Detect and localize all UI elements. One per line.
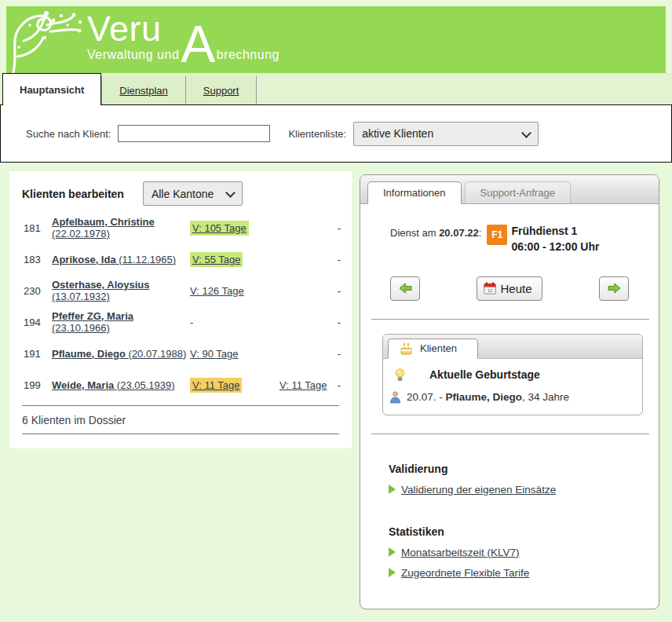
birthday-cake-icon bbox=[400, 342, 413, 355]
tab-klienten[interactable]: Klienten bbox=[388, 338, 478, 359]
tab-label: Dienstplan bbox=[119, 85, 167, 97]
tab-support[interactable]: Support bbox=[186, 76, 257, 104]
triangle-bullet-icon bbox=[389, 568, 396, 577]
divider bbox=[22, 434, 339, 434]
client-count: 6 Klienten im Dossier bbox=[9, 406, 352, 434]
logo-accent-letter: A bbox=[181, 24, 216, 64]
tab-label: Support bbox=[203, 85, 239, 97]
client-row: 181 Apfelbaum, Christine (22.02.1978) V:… bbox=[9, 212, 352, 243]
validierung-title: Validierung bbox=[389, 463, 651, 475]
empty-value: - bbox=[334, 379, 341, 391]
client-id: 183 bbox=[24, 254, 52, 265]
app-header: Veru Verwaltung und A brechnung bbox=[6, 6, 666, 73]
arrow-right-icon bbox=[608, 283, 621, 294]
arrow-left-icon bbox=[399, 283, 412, 294]
floral-ornament-icon bbox=[8, 6, 93, 73]
client-row: 191 Pflaume, Diego (20.07.1988) V: 90 Ta… bbox=[9, 338, 352, 369]
canton-select[interactable]: Alle Kantone bbox=[143, 181, 243, 206]
today-button[interactable]: 12 Heute bbox=[477, 276, 542, 301]
flexible-tarife-link[interactable]: Zugeordnete Flexible Tarife bbox=[401, 567, 529, 579]
shift-name: Frühdienst 1 bbox=[511, 223, 599, 239]
empty-value: - bbox=[334, 222, 341, 234]
divider bbox=[371, 434, 649, 434]
client-name-link[interactable]: Aprikose, Ida (11.12.1965) bbox=[52, 254, 176, 265]
vacation-days-link[interactable]: V: 11 Tage bbox=[190, 378, 242, 393]
triangle-bullet-icon bbox=[389, 485, 396, 494]
statistiken-section: Statistiken Monatsarbeitszeit (KLV7) Zug… bbox=[389, 525, 651, 579]
validierung-link[interactable]: Validierung der eigenen Einsätze bbox=[401, 484, 556, 496]
client-name-link[interactable]: Apfelbaum, Christine (22.02.1978) bbox=[52, 216, 155, 240]
client-name-link[interactable]: Osterhase, Aloysius (13.07.1932) bbox=[52, 279, 150, 302]
client-row: 194 Pfeffer ZG, Maria (23.10.1966) - - bbox=[9, 306, 352, 338]
tab-support-anfrage[interactable]: Support-Anfrage bbox=[465, 181, 571, 203]
client-row: 199 Weide, Maria (23.05.1939) V: 11 Tage… bbox=[9, 369, 352, 401]
svg-text:12: 12 bbox=[488, 288, 493, 293]
logo-tagline-left: Verwaltung und bbox=[87, 48, 179, 62]
client-list-label: Klientenliste: bbox=[288, 128, 346, 140]
tab-dienstplan[interactable]: Dienstplan bbox=[101, 76, 185, 104]
logo-main-text: Veru bbox=[87, 13, 179, 46]
person-icon bbox=[389, 391, 401, 404]
duty-prefix: Dienst am bbox=[390, 227, 439, 239]
clients-panel-title: Klienten bearbeiten bbox=[22, 188, 124, 200]
shift-f1-badge: F1 bbox=[487, 225, 507, 245]
tab-hauptansicht[interactable]: Hauptansicht bbox=[2, 73, 101, 105]
client-name-link[interactable]: Pfeffer ZG, Maria (23.10.1966) bbox=[52, 310, 133, 334]
main-content: Klienten bearbeiten Alle Kantone 181 Apf… bbox=[0, 163, 672, 609]
main-nav-tabs: Hauptansicht Dienstplan Support bbox=[0, 73, 672, 104]
client-id: 191 bbox=[24, 348, 52, 360]
klienten-box: Klienten Aktuelle Geburtstage bbox=[382, 334, 643, 415]
client-id: 199 bbox=[24, 379, 52, 391]
empty-value: - bbox=[334, 316, 341, 328]
vacation-days-link[interactable]: V: 55 Tage bbox=[190, 252, 243, 267]
vacation-days-link[interactable]: V: 90 Tage bbox=[190, 348, 238, 360]
client-name-link[interactable]: Pflaume, Diego (20.07.1988) bbox=[52, 348, 186, 360]
vacation-days-link[interactable]: V: 105 Tage bbox=[190, 221, 249, 236]
klienten-box-title: Klienten bbox=[420, 342, 457, 354]
statistiken-title: Statistiken bbox=[389, 525, 651, 538]
info-panel-tabs: Informationen Support-Anfrage bbox=[360, 175, 659, 204]
empty-value: - bbox=[190, 316, 193, 328]
info-panel: Informationen Support-Anfrage Dienst am … bbox=[360, 174, 659, 609]
previous-day-button[interactable] bbox=[390, 276, 420, 301]
birthdays-title: Aktuelle Geburtstage bbox=[429, 368, 540, 381]
client-id: 230 bbox=[24, 285, 52, 297]
empty-value: - bbox=[334, 285, 341, 297]
vacation-days-link-2[interactable]: V: 11 Tage bbox=[279, 379, 327, 391]
monatsarbeitszeit-link[interactable]: Monatsarbeitszeit (KLV7) bbox=[401, 547, 520, 558]
calendar-icon: 12 bbox=[484, 282, 496, 295]
empty-value: - bbox=[334, 254, 341, 265]
birthday-name: Pflaume, Diego bbox=[446, 391, 523, 403]
clients-panel: Klienten bearbeiten Alle Kantone 181 Apf… bbox=[9, 171, 352, 448]
tab-label: Hauptansicht bbox=[20, 84, 84, 96]
klienten-box-tabs: Klienten bbox=[383, 335, 642, 359]
tab-label: Support-Anfrage bbox=[480, 187, 555, 199]
duty-info-row: Dienst am 20.07.22: F1 Frühdienst 1 06:0… bbox=[390, 223, 651, 255]
shift-time: 06:00 - 12:00 Uhr bbox=[511, 239, 599, 254]
birthday-age: , 34 Jahre bbox=[522, 391, 569, 403]
client-name-link[interactable]: Weide, Maria (23.05.1939) bbox=[52, 379, 175, 391]
app-logo: Veru Verwaltung und A brechnung bbox=[87, 13, 279, 62]
empty-value: - bbox=[334, 348, 341, 360]
search-input[interactable] bbox=[118, 125, 270, 142]
today-label: Heute bbox=[500, 282, 531, 295]
search-section: Suche nach Klient: Klientenliste: aktive… bbox=[0, 104, 672, 163]
lightbulb-icon bbox=[394, 368, 406, 382]
birthday-entry-row: 20.07. - Pflaume, Diego, 34 Jahre bbox=[389, 391, 634, 404]
client-id: 194 bbox=[24, 316, 52, 328]
client-row: 183 Aprikose, Ida (11.12.1965) V: 55 Tag… bbox=[9, 243, 352, 275]
divider bbox=[371, 319, 649, 320]
validierung-section: Validierung Validierung der eigenen Eins… bbox=[389, 463, 651, 496]
birthdays-header-row: Aktuelle Geburtstage bbox=[394, 368, 634, 382]
logo-tagline-right: brechnung bbox=[217, 48, 279, 62]
tab-informationen[interactable]: Informationen bbox=[367, 181, 462, 204]
birthday-date: 20.07. - bbox=[407, 391, 446, 403]
triangle-bullet-icon bbox=[389, 547, 396, 557]
client-id: 181 bbox=[24, 222, 52, 234]
vacation-days-link[interactable]: V: 126 Tage bbox=[190, 285, 244, 297]
tab-label: Informationen bbox=[383, 187, 446, 199]
search-label: Suche nach Klient: bbox=[26, 128, 111, 140]
next-day-button[interactable] bbox=[599, 276, 629, 301]
client-row: 230 Osterhase, Aloysius (13.07.1932) V: … bbox=[9, 275, 352, 306]
client-list-select[interactable]: aktive Klienten bbox=[353, 122, 539, 146]
